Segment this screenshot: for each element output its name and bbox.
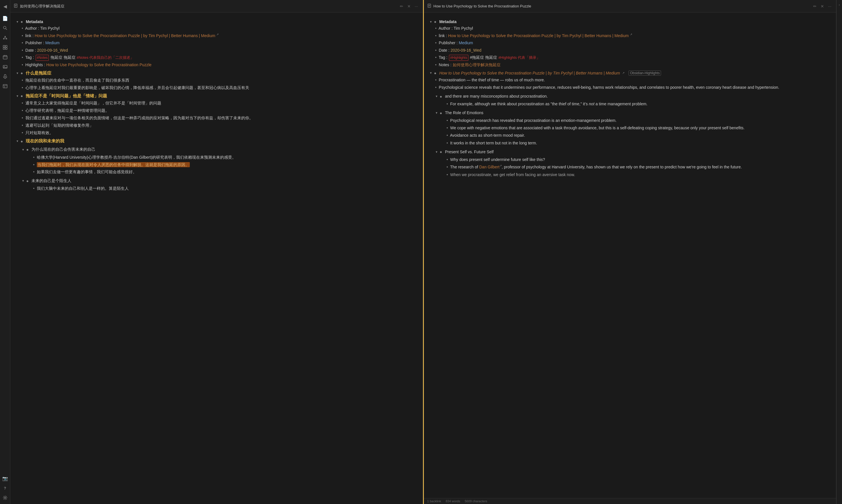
graph-icon[interactable] bbox=[1, 34, 9, 42]
left-link-item: • link : How to Use Psychology to Solve … bbox=[22, 32, 417, 39]
right-publisher-item: • Publisher : Medium bbox=[435, 40, 830, 46]
section2-item3: 我们通过逃避来应对与一项任务相关的负面情绪，但这是一种弄巧成拙的应对策略，因为最… bbox=[25, 115, 253, 120]
right-highlight-1: Procrastination — the thief of time — ro… bbox=[439, 78, 545, 82]
metadata-toggle[interactable] bbox=[16, 20, 19, 23]
svg-rect-8 bbox=[3, 46, 5, 47]
right-pane-title: How to Use Psychology to Solve the Procr… bbox=[433, 4, 810, 8]
list-item: • 拖延症在我们的生命中一直存在，而且偷走了我们很多东西 bbox=[22, 77, 417, 84]
right-tag-description: #Highlights 代表「摘录」 bbox=[498, 55, 540, 60]
right-metadata-header: ● Metadata bbox=[430, 19, 830, 24]
svg-rect-12 bbox=[3, 56, 7, 59]
emotions-item1: Psychological research has revealed that… bbox=[450, 118, 616, 123]
sub-section1-toggle[interactable] bbox=[22, 148, 24, 151]
right-selfvself-header: ● Present Self vs. Future Self bbox=[435, 149, 830, 155]
emotions-item4: It works in the short term but not in th… bbox=[450, 141, 537, 145]
left-section-2: ● 拖延症不是「时间问题」他是「情绪」问题 • 通常意义上大家觉得拖延症是「时间… bbox=[16, 93, 417, 136]
image-icon[interactable] bbox=[1, 63, 9, 71]
table-icon[interactable] bbox=[1, 82, 9, 90]
left-section-1-body: • 拖延症在我们的生命中一直存在，而且偷走了我们很多东西 • 心理学上看拖延症对… bbox=[16, 77, 417, 91]
left-highlights-value[interactable]: How to Use Psychology to Solve the Procr… bbox=[46, 62, 151, 67]
right-more-options-icon[interactable]: ··· bbox=[827, 3, 832, 9]
right-obsidian-tag[interactable]: Obsidian-Highlights bbox=[628, 71, 661, 76]
svg-rect-18 bbox=[4, 74, 6, 77]
right-source-toggle[interactable] bbox=[430, 71, 432, 74]
left-section-3: ● 现在的我和未来的我 ● 为什么现在的自己会伤害未来的自己 • bbox=[16, 139, 417, 192]
close-left-pane-icon[interactable]: ✕ bbox=[406, 3, 412, 9]
svg-line-6 bbox=[5, 37, 6, 38]
list-item: • The research of Dan Gilbert↗, professo… bbox=[447, 164, 830, 171]
calendar-icon[interactable] bbox=[1, 53, 9, 61]
sub-section1-body: • 哈佛大学(Harvard University)心理学教授丹·吉尔伯特(Da… bbox=[22, 154, 417, 176]
right-date-label: Date bbox=[439, 48, 447, 53]
section1-toggle[interactable] bbox=[16, 72, 19, 75]
right-pane-actions: ✏ ✕ ··· bbox=[812, 3, 832, 9]
sub-section2-toggle[interactable] bbox=[22, 179, 24, 182]
left-metadata-body: • Author : Tim Pychyl • link : How to Us… bbox=[16, 25, 417, 68]
right-notes-value[interactable]: 如何使用心理学解决拖延症 bbox=[453, 62, 501, 67]
help-icon[interactable]: ? bbox=[1, 484, 9, 492]
right-metadata-label: Metadata bbox=[439, 19, 457, 24]
right-source-link[interactable]: How to Use Psychology to Solve the Procr… bbox=[439, 71, 620, 75]
right-emotions-header: ● The Role of Emotions bbox=[435, 110, 830, 116]
right-metadata-section: ● Metadata • Author : Tim Pychyl • link bbox=[430, 19, 830, 68]
right-selfvself-body: • Why does present self undermine future… bbox=[435, 156, 830, 178]
close-panel: › bbox=[836, 0, 842, 504]
list-item: • Why does present self undermine future… bbox=[447, 156, 830, 163]
section2-item5: 只对短期有效。 bbox=[25, 130, 53, 135]
right-emotions-toggle[interactable] bbox=[435, 111, 438, 114]
file-tree-icon[interactable]: 📄 bbox=[1, 14, 9, 22]
left-metadata-label: Metadata bbox=[26, 19, 43, 24]
right-link-value[interactable]: How to Use Psychology to Solve the Procr… bbox=[448, 33, 629, 38]
right-source-ext: ↗ bbox=[622, 71, 625, 74]
list-item: • 如果我们去做一些更有趣的事情，我们可能会感觉很好。 bbox=[33, 169, 417, 175]
left-tag-notes-box[interactable]: #Notes bbox=[36, 55, 49, 61]
left-date-value: 2020-09-16_Wed bbox=[37, 48, 68, 53]
right-emotions-title: The Role of Emotions bbox=[445, 110, 484, 116]
left-section-1-title: 什么是拖延症 bbox=[26, 71, 51, 76]
right-h3-italic: not bbox=[589, 102, 594, 106]
right-notes-label: Notes bbox=[439, 62, 449, 67]
left-link-value[interactable]: How to Use Psychology to Solve the Procr… bbox=[35, 33, 215, 38]
audio-icon[interactable] bbox=[1, 72, 9, 80]
sidebar-toggle-icon[interactable]: ◀ bbox=[1, 2, 9, 10]
right-tag-highlights: #Highlights bbox=[450, 56, 467, 60]
camera-icon[interactable]: 📷 bbox=[1, 474, 9, 482]
right-tag-highlights-box[interactable]: #Highlights bbox=[449, 55, 468, 61]
edit-icon[interactable]: ✏ bbox=[399, 3, 405, 9]
right-source-header: ● How to Use Psychology to Solve the Pro… bbox=[430, 71, 830, 76]
more-options-icon[interactable]: ··· bbox=[414, 3, 419, 9]
right-edit-icon[interactable]: ✏ bbox=[812, 3, 818, 9]
left-pane-actions: ✏ ✕ ··· bbox=[399, 3, 419, 9]
right-tag-2-text: 拖延症 bbox=[485, 55, 497, 60]
left-tag-description: #Notes 代表我自己的「二次描述」 bbox=[77, 55, 134, 60]
right-highlight-3-title: and there are many misconceptions about … bbox=[445, 93, 548, 100]
left-sub-section-1-header: ● 为什么现在的自己会伤害未来的自己 bbox=[22, 146, 417, 153]
left-pane-doc-icon bbox=[14, 4, 18, 8]
left-pane-content: ● Metadata • Author : Tim Pychyl • link bbox=[10, 13, 423, 504]
svg-point-17 bbox=[4, 66, 4, 67]
settings-icon[interactable] bbox=[1, 494, 9, 502]
section3-toggle[interactable] bbox=[16, 140, 19, 143]
left-author-item: • Author : Tim Pychyl bbox=[22, 25, 417, 31]
svg-rect-11 bbox=[5, 48, 7, 49]
list-item: • Psychological science reveals that it … bbox=[435, 84, 830, 91]
section2-item2: 心理学研究表明，拖延症是一种情绪管理问题。 bbox=[25, 108, 109, 113]
left-date-item: • Date : 2020-09-16_Wed bbox=[22, 47, 417, 53]
right-metadata-toggle[interactable] bbox=[430, 20, 432, 23]
emotions-item2: We cope with negative emotions that are … bbox=[450, 126, 745, 130]
sub-section2-title: 未来的自己是个陌生人 bbox=[31, 178, 71, 184]
list-item: • Psychological research has revealed th… bbox=[447, 117, 830, 124]
close-panel-btn[interactable]: › bbox=[839, 3, 840, 7]
right-notes-item: • Notes : 如何使用心理学解决拖延症 bbox=[435, 62, 830, 68]
list-item: • 逃避可以起到「短期的情绪修复作用」 bbox=[22, 122, 417, 129]
right-item3-toggle[interactable] bbox=[435, 95, 438, 98]
svg-point-2 bbox=[4, 36, 6, 37]
list-item: • 只对短期有效。 bbox=[22, 130, 417, 136]
tag-icon[interactable] bbox=[1, 43, 9, 51]
right-highlight-2: Psychological science reveals that it un… bbox=[439, 85, 779, 90]
search-icon[interactable] bbox=[1, 24, 9, 32]
dan-gilbert-link[interactable]: Dan Gilbert bbox=[479, 165, 500, 169]
close-right-pane-icon[interactable]: ✕ bbox=[820, 3, 825, 9]
section2-toggle[interactable] bbox=[16, 94, 19, 97]
right-selfvself-toggle[interactable] bbox=[435, 150, 438, 154]
